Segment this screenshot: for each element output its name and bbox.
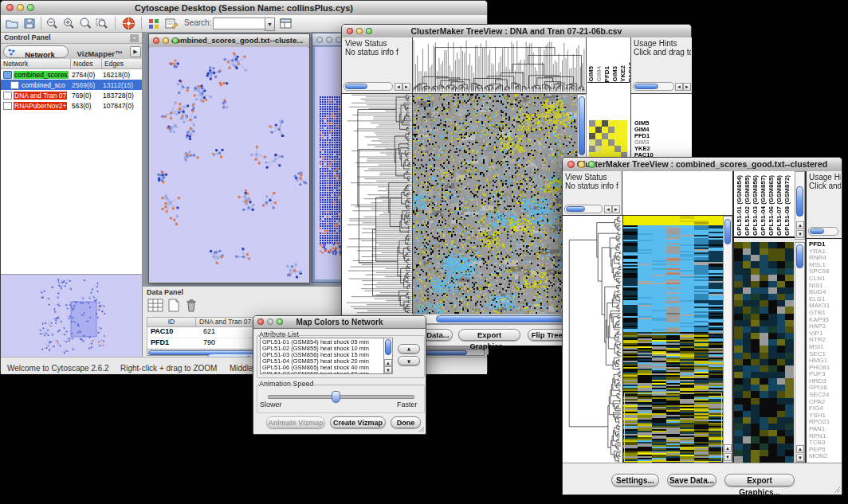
- settings-button[interactable]: Settings...: [611, 474, 659, 486]
- attribute-list-item[interactable]: GPL51-02 (GSM855) heat shock 10 min: [261, 345, 392, 351]
- open-folder-icon[interactable]: [6, 18, 18, 29]
- move-down-button[interactable]: ∨: [398, 356, 420, 365]
- close-icon[interactable]: [6, 4, 14, 11]
- zoom-window-icon[interactable]: [277, 318, 283, 325]
- scroll-left-icon[interactable]: ◄: [395, 83, 402, 91]
- tab-network[interactable]: Network: [3, 45, 69, 58]
- zoom-in-icon[interactable]: [62, 18, 75, 29]
- trash-icon[interactable]: [184, 299, 198, 313]
- minimize-icon[interactable]: [326, 37, 332, 43]
- matrix-cell[interactable]: [614, 139, 621, 146]
- attribute-list-scrollbar[interactable]: ▲ ▼: [383, 338, 393, 374]
- move-up-button[interactable]: ∧: [398, 344, 420, 354]
- tv2-zoom-heatmap[interactable]: [734, 242, 795, 463]
- tv2-status-scrollbar[interactable]: [564, 205, 603, 213]
- minimize-icon[interactable]: [163, 37, 169, 44]
- scroll-left-icon[interactable]: ◄: [604, 205, 612, 213]
- column-label[interactable]: GPL51-06 (GSM865): [768, 172, 775, 236]
- tab-overflow-button[interactable]: ▶: [130, 46, 141, 57]
- search-dropdown-icon[interactable]: ▼: [265, 18, 275, 31]
- matrix-cell[interactable]: [595, 120, 602, 127]
- attribute-list-item[interactable]: GPL51-06 (GSM865) heat shock 40 min: [261, 364, 392, 370]
- minimize-icon[interactable]: [356, 28, 363, 34]
- matrix-cell[interactable]: [595, 139, 602, 146]
- col-nodes[interactable]: Nodes: [71, 59, 102, 69]
- matrix-cell[interactable]: [608, 120, 614, 127]
- resize-grip[interactable]: [417, 425, 425, 433]
- animation-speed-slider[interactable]: [268, 395, 414, 399]
- tv2-column-dendrogram[interactable]: [622, 171, 733, 216]
- attribute-list-item[interactable]: GPL51-03 (GSM856) heat shock 15 min: [261, 351, 392, 357]
- tv1-status-scrollbar[interactable]: [344, 82, 393, 91]
- network-table-row[interactable]: combined_sco2569(6)13112(15): [1, 80, 142, 90]
- matrix-cell[interactable]: [608, 133, 614, 139]
- column-label[interactable]: PFD1: [603, 66, 610, 82]
- column-label[interactable]: GIM3: [611, 66, 618, 82]
- matrix-cell[interactable]: [589, 146, 595, 152]
- close-icon[interactable]: [153, 37, 159, 44]
- network-table-row[interactable]: combined_scores2764(0)16218(0): [1, 69, 142, 80]
- tv2-zoom-scrollbar[interactable]: ▲ ▼: [795, 242, 805, 463]
- matrix-cell[interactable]: [614, 146, 621, 152]
- scroll-down-icon[interactable]: ▼: [796, 230, 804, 238]
- col-id[interactable]: ID: [147, 317, 196, 327]
- matrix-cell[interactable]: [608, 146, 614, 152]
- scroll-up-icon[interactable]: ▲: [796, 221, 804, 229]
- minimize-icon[interactable]: [17, 4, 24, 11]
- matrix-cell[interactable]: [608, 139, 614, 146]
- matrix-cell[interactable]: [614, 127, 621, 133]
- matrix-cell[interactable]: [595, 127, 602, 133]
- zoom-fit-icon[interactable]: [96, 18, 108, 29]
- column-label[interactable]: GPL51-04 (GSM857): [760, 172, 767, 236]
- matrix-cell[interactable]: [589, 120, 595, 127]
- export-graphics-button[interactable]: Export Graphics...: [458, 329, 520, 341]
- matrix-cell[interactable]: [602, 133, 608, 139]
- birdseye-view[interactable]: [1, 274, 142, 357]
- matrix-cell[interactable]: [595, 133, 602, 139]
- resize-grip[interactable]: [833, 486, 841, 494]
- zoom-window-icon[interactable]: [588, 161, 595, 168]
- matrix-cell[interactable]: [608, 127, 614, 133]
- slider-thumb[interactable]: [332, 391, 340, 403]
- tv1-hints-scrollbar[interactable]: [633, 82, 674, 91]
- zoom-window-icon[interactable]: [172, 37, 179, 44]
- main-titlebar[interactable]: Cytoscape Desktop (Session Name: collins…: [1, 1, 487, 16]
- zoom-selected-icon[interactable]: [79, 18, 92, 29]
- column-label[interactable]: GPL51-01 (GSM854): [736, 172, 743, 236]
- attribute-list-item[interactable]: GPL51-01 (GSM854) heat shock 05 min: [261, 338, 392, 345]
- minimize-icon[interactable]: [578, 161, 585, 168]
- matrix-cell[interactable]: [602, 139, 608, 146]
- table-mode-icon[interactable]: [147, 299, 163, 313]
- treeview1-titlebar[interactable]: ClusterMaker TreeView : DNA and Tran 07-…: [342, 25, 691, 38]
- scroll-up-icon[interactable]: ▲: [724, 444, 732, 452]
- new-doc-icon[interactable]: [167, 299, 181, 313]
- network-table-row[interactable]: RNAPuberNov2+563(0)107847(0): [1, 100, 142, 111]
- dialog-titlebar[interactable]: Map Colors to Network: [253, 316, 426, 329]
- matrix-cell[interactable]: [589, 133, 595, 139]
- zoom-window-icon[interactable]: [366, 28, 372, 34]
- scroll-right-icon[interactable]: ►: [402, 83, 410, 91]
- attribute-list-item[interactable]: GPL51-04 (GSM857) heat shock 20 min: [261, 357, 392, 364]
- col-edges[interactable]: Edges: [102, 59, 142, 69]
- close-icon[interactable]: [316, 37, 323, 43]
- help-lifering-icon[interactable]: [122, 17, 135, 30]
- tv1-heatmap-hscrollbar[interactable]: [413, 314, 587, 324]
- scroll-up-icon[interactable]: ▲: [796, 445, 804, 453]
- network-view-canvas[interactable]: [150, 47, 308, 282]
- tv2-hints-scrollbar[interactable]: [808, 227, 838, 236]
- column-label[interactable]: GPL51-07 (GSM868): [775, 172, 783, 236]
- tv2-labels-scrollbar[interactable]: ▲ ▼: [795, 171, 805, 240]
- network-table-row[interactable]: DNA and Tran 07769(0)183728(0): [1, 90, 142, 100]
- matrix-cell[interactable]: [589, 139, 595, 146]
- scroll-down-icon[interactable]: ▼: [724, 453, 732, 461]
- matrix-cell[interactable]: [621, 133, 627, 139]
- matrix-cell[interactable]: [614, 133, 621, 139]
- attribute-list-item[interactable]: GPL51-07 (GSM868) heat shock 60 min: [261, 370, 392, 374]
- tv1-column-dendrogram[interactable]: [413, 37, 587, 94]
- matrix-cell[interactable]: [621, 146, 627, 152]
- column-label[interactable]: GPL51-02 (GSM855): [744, 172, 751, 236]
- scroll-right-icon[interactable]: ►: [612, 205, 620, 213]
- column-label[interactable]: GIM4: [595, 66, 603, 82]
- matrix-cell[interactable]: [602, 127, 608, 133]
- search-input[interactable]: [213, 18, 265, 29]
